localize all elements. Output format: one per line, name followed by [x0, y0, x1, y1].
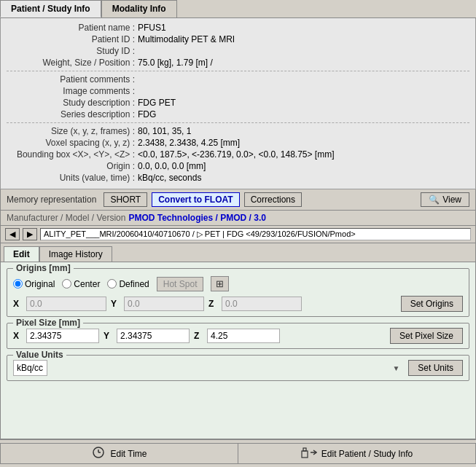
series-description-value: FDG: [138, 109, 469, 119]
image-comments-label: Image comments :: [7, 86, 138, 96]
bounding-box-value: <0.0, 187.5>, <-236.719, 0.0>, <0.0, 148…: [138, 149, 469, 160]
size-label: Size (x, y, z, frames) :: [7, 126, 138, 136]
pixel-size-group: Pixel Size [mm] X Y Z Set Pixel Size: [7, 323, 469, 349]
origin-row: Origin : 0.0, 0.0, 0.0 [mm]: [7, 161, 469, 171]
origin-value: 0.0, 0.0, 0.0 [mm]: [138, 161, 469, 171]
patient-icon: [301, 447, 317, 460]
origins-z-input[interactable]: [222, 297, 302, 311]
origins-group: Origins [mm] Original Center Defined Hot…: [7, 268, 469, 317]
size-value: 80, 101, 35, 1: [138, 126, 469, 136]
memory-label: Memory representation: [7, 195, 96, 205]
radio-defined[interactable]: Defined: [107, 279, 149, 289]
second-tabs: Edit Image History: [0, 243, 476, 262]
study-description-label: Study description :: [7, 98, 138, 108]
origin-label: Origin :: [7, 161, 138, 171]
set-origins-button[interactable]: Set Origins: [401, 296, 463, 312]
origins-y-label: Y: [111, 299, 120, 309]
weight-row: Weight, Size / Position : 75.0 [kg], 1.7…: [7, 58, 469, 68]
patient-name-row: Patient name : PFUS1: [7, 23, 469, 33]
units-select[interactable]: kBq/cc: [13, 360, 47, 376]
manufacturer-row: Manufacturer / Model / Version PMOD Tech…: [0, 211, 476, 226]
bottom-bar: Edit Time Edit Patient / Study Info: [0, 439, 476, 467]
study-description-value: FDG PET: [138, 98, 469, 108]
top-tabs: Patient / Study Info Modality Info: [0, 0, 476, 18]
voxel-value: 2.3438, 2.3438, 4.25 [mm]: [138, 138, 469, 148]
patient-name-label: Patient name :: [7, 23, 138, 33]
radio-center-label: Center: [74, 279, 100, 289]
hotspot-button[interactable]: Hot Spot: [157, 277, 204, 291]
size-row: Size (x, y, z, frames) : 80, 101, 35, 1: [7, 126, 469, 136]
units-row-inner: kBq/cc Set Units: [13, 360, 463, 376]
image-comments-value: [138, 86, 469, 96]
origins-title: Origins [mm]: [13, 263, 74, 273]
pixel-z-label: Z: [194, 331, 203, 341]
units-label: Units (value, time) :: [7, 173, 138, 183]
tab-modality-info[interactable]: Modality Info: [101, 0, 177, 17]
nav-prev-button[interactable]: ◀: [5, 228, 20, 240]
units-value: kBq/cc, seconds: [138, 173, 469, 183]
radio-defined-label: Defined: [119, 279, 149, 289]
series-description-label: Series description :: [7, 109, 138, 119]
edit-panel: Origins [mm] Original Center Defined Hot…: [0, 262, 476, 439]
tab-patient-study-info[interactable]: Patient / Study Info: [0, 0, 101, 17]
bounding-box-label: Bounding box <X>, <Y>, <Z> :: [7, 149, 138, 160]
svg-rect-3: [302, 451, 308, 458]
voxel-label: Voxel spacing (x, y, z) :: [7, 138, 138, 148]
study-id-value: [138, 46, 469, 56]
pixel-size-title: Pixel Size [mm]: [13, 318, 83, 328]
edit-time-button[interactable]: Edit Time: [0, 443, 238, 464]
origins-x-label: X: [13, 299, 22, 309]
pixel-y-label: Y: [104, 331, 112, 341]
grid-button[interactable]: ⊞: [211, 276, 229, 291]
tab-image-history[interactable]: Image History: [39, 246, 112, 262]
view-button[interactable]: 🔍 View: [421, 192, 469, 207]
memory-bar: Memory representation SHORT Convert to F…: [0, 189, 476, 211]
convert-to-float-button[interactable]: Convert to FLOAT: [152, 192, 239, 207]
patient-id-row: Patient ID : Multimodality PET & MRI: [7, 34, 469, 44]
patient-comments-label: Patient comments :: [7, 74, 138, 85]
svg-rect-4: [303, 448, 306, 451]
value-units-title: Value Units: [13, 350, 66, 360]
edit-time-label: Edit Time: [110, 449, 147, 459]
file-row: ◀ ▶ ALITY_PET___MRI/20060410/40710670 / …: [0, 226, 476, 243]
study-id-label: Study ID :: [7, 46, 138, 56]
pixel-y-input[interactable]: [117, 329, 190, 343]
clock-icon: [91, 447, 106, 460]
bounding-box-row: Bounding box <X>, <Y>, <Z> : <0.0, 187.5…: [7, 149, 469, 160]
value-units-group: Value Units kBq/cc Set Units: [7, 355, 469, 381]
pixel-x-input[interactable]: [26, 329, 99, 343]
patient-comments-value: [138, 74, 469, 85]
pixel-z-input[interactable]: [207, 329, 280, 343]
study-id-row: Study ID :: [7, 46, 469, 56]
study-description-row: Study description : FDG PET: [7, 98, 469, 108]
set-units-button[interactable]: Set Units: [408, 360, 463, 376]
origins-y-input[interactable]: [124, 297, 204, 311]
pixel-xyz-row: X Y Z Set Pixel Size: [13, 328, 463, 344]
patient-id-label: Patient ID :: [7, 34, 138, 44]
units-row: Units (value, time) : kBq/cc, seconds: [7, 173, 469, 183]
edit-patient-label: Edit Patient / Study Info: [321, 449, 413, 459]
units-select-wrapper: kBq/cc: [13, 360, 404, 376]
image-comments-row: Image comments :: [7, 86, 469, 96]
nav-next-button[interactable]: ▶: [23, 228, 37, 240]
radio-center[interactable]: Center: [62, 279, 100, 289]
origins-z-label: Z: [208, 299, 217, 309]
set-pixel-size-button[interactable]: Set Pixel Size: [390, 328, 463, 344]
manufacturer-value: PMOD Technologies / PMOD / 3.0: [128, 213, 265, 223]
patient-study-panel: Patient name : PFUS1 Patient ID : Multim…: [0, 18, 476, 189]
main-container: Patient / Study Info Modality Info Patie…: [0, 0, 476, 467]
corrections-button[interactable]: Corrections: [244, 192, 302, 207]
patient-comments-row: Patient comments :: [7, 74, 469, 85]
origins-x-input[interactable]: [26, 297, 106, 311]
radio-original[interactable]: Original: [13, 279, 55, 289]
weight-value: 75.0 [kg], 1.79 [m] /: [138, 58, 469, 68]
radio-original-label: Original: [25, 279, 55, 289]
patient-id-value: Multimodality PET & MRI: [138, 34, 469, 44]
series-description-row: Series description : FDG: [7, 109, 469, 119]
origins-xyz-row: X Y Z Set Origins: [13, 296, 463, 312]
edit-patient-button[interactable]: Edit Patient / Study Info: [238, 443, 476, 464]
short-button[interactable]: SHORT: [104, 192, 147, 207]
voxel-row: Voxel spacing (x, y, z) : 2.3438, 2.3438…: [7, 138, 469, 148]
tab-edit[interactable]: Edit: [4, 246, 39, 262]
file-name-box: ALITY_PET___MRI/20060410/40710670 / ▷ PE…: [40, 228, 471, 240]
